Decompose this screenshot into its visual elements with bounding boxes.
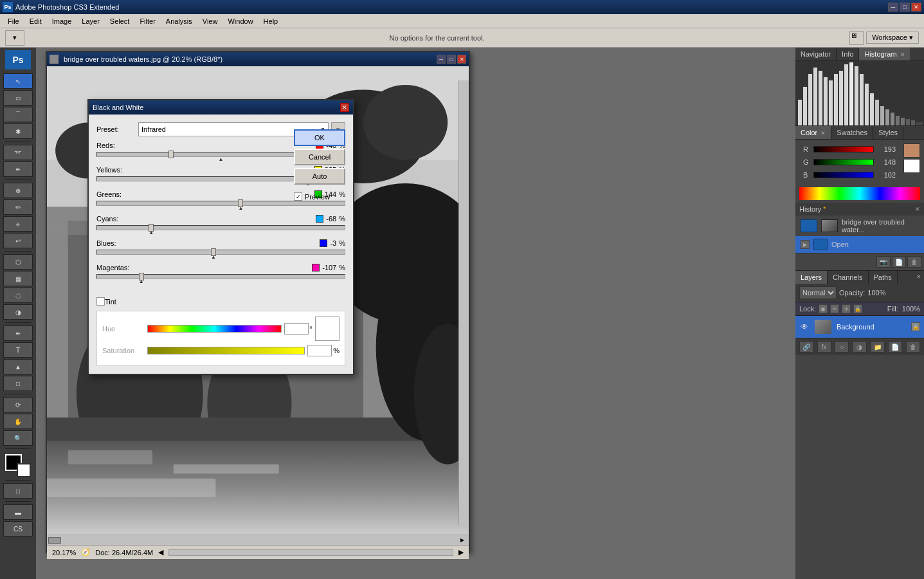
tool-blur[interactable]: ◌ [3,288,33,303]
r-slider[interactable] [813,146,874,152]
h-scroll-track[interactable] [168,549,453,556]
tool-move[interactable]: ↖ [3,73,33,89]
new-group-icon[interactable]: 📁 [871,341,885,353]
image-scrollbar-vertical[interactable] [458,80,469,524]
menu-layer[interactable]: Layer [77,16,105,26]
workspace-icon[interactable]: 🖥 [849,31,864,45]
preview-checkbox[interactable]: ✓ [294,192,302,201]
minimize-button[interactable]: ─ [888,3,898,12]
add-style-icon[interactable]: fx [817,341,831,353]
tool-gradient[interactable]: ▦ [3,271,33,286]
history-new-doc-icon[interactable]: 📄 [892,256,906,268]
tab-styles[interactable]: Styles [873,126,903,139]
tool-brush[interactable]: ✏ [3,199,33,215]
menu-view[interactable]: View [197,16,223,26]
reds-thumb[interactable] [168,151,174,158]
bg-color-preview[interactable] [903,159,920,173]
history-delete-icon[interactable]: 🗑 [907,256,921,268]
tool-eyedropper[interactable]: ✒ [3,161,33,177]
history-snapshot-icon[interactable]: 📷 [876,256,891,268]
histogram-close-icon[interactable]: ✕ [900,51,905,58]
tool-eraser[interactable]: ⬡ [3,254,33,270]
tool-history-brush[interactable]: ↩ [3,233,33,248]
saturation-slider-gradient[interactable] [147,347,305,354]
tint-checkbox[interactable] [96,297,105,306]
tab-info[interactable]: Info [837,48,859,60]
menu-filter[interactable]: Filter [134,16,160,26]
saturation-value-input[interactable] [307,345,332,356]
lock-transparent-icon[interactable]: ▣ [819,304,828,313]
scroll-left-icon[interactable]: ◀ [158,548,163,556]
hue-value-input[interactable] [284,323,309,335]
image-close-button[interactable]: ✕ [457,55,466,64]
layers-panel-close[interactable]: ✕ [914,271,924,284]
background-color[interactable] [17,463,31,477]
scroll-right-icon2[interactable]: ▶ [458,548,464,556]
tool-clone[interactable]: ⎆ [3,216,33,232]
menu-analysis[interactable]: Analysis [161,16,197,26]
new-adjustment-icon[interactable]: ◑ [853,341,867,353]
tool-text[interactable]: T [3,342,33,358]
history-item-open[interactable]: ▶ Open [795,236,924,253]
tab-swatches[interactable]: Swatches [831,126,873,139]
color-tab-close-icon[interactable]: ✕ [820,130,826,136]
scroll-right-icon[interactable]: ▶ [457,535,467,546]
scrollbar-thumb[interactable] [48,537,61,544]
fg-color-preview[interactable] [903,143,920,158]
tab-histogram[interactable]: Histogram ✕ [859,48,910,60]
blend-mode-select[interactable]: Normal [799,286,837,299]
tool-options[interactable]: ▾ [5,30,24,46]
ok-button[interactable]: OK [294,129,345,146]
lock-all-icon[interactable]: 🔒 [853,304,862,313]
tool-hand[interactable]: ✋ [3,414,33,429]
lock-position-icon[interactable]: ✛ [842,304,851,313]
history-item-1[interactable]: bridge over troubled water... [795,216,924,236]
close-button[interactable]: ✕ [911,3,921,12]
tool-quick-mask[interactable]: □ [3,483,33,499]
tool-shape[interactable]: □ [3,376,33,391]
history-close-icon[interactable]: ✕ [915,206,920,212]
tool-crop[interactable]: ⌤ [3,145,33,160]
menu-file[interactable]: File [3,16,24,26]
menu-help[interactable]: Help [258,16,284,26]
layer-visibility-icon[interactable]: 👁 [799,322,810,332]
hue-slider-gradient[interactable] [147,325,282,333]
tab-color[interactable]: Color ✕ [795,126,831,139]
menu-edit[interactable]: Edit [24,16,47,26]
add-mask-icon[interactable]: ○ [835,341,849,353]
maximize-button[interactable]: □ [900,3,910,12]
tab-channels[interactable]: Channels [828,271,868,284]
greens-slider-bg[interactable] [96,201,345,206]
tool-marquee[interactable]: ▭ [3,90,33,106]
image-scrollbar-horizontal[interactable]: ▶ [47,535,469,545]
tab-layers[interactable]: Layers [795,271,828,284]
tool-lasso[interactable]: ⌒ [3,107,33,122]
link-layers-icon[interactable]: 🔗 [799,341,813,353]
tool-path[interactable]: ▲ [3,359,33,374]
tool-magic-wand[interactable]: ✱ [3,124,33,139]
workspace-selector[interactable]: Workspace ▾ [866,32,919,44]
menu-window[interactable]: Window [222,16,258,26]
menu-select[interactable]: Select [105,16,135,26]
image-minimize-button[interactable]: ─ [437,55,446,64]
auto-button[interactable]: Auto [294,168,345,185]
tool-pen[interactable]: ✒ [3,326,33,341]
new-layer-icon[interactable]: 📄 [888,341,902,353]
cancel-button[interactable]: Cancel [294,149,345,165]
tool-dodge[interactable]: ◑ [3,304,33,320]
lock-image-icon[interactable]: ✏ [830,304,839,313]
tool-heal[interactable]: ⊕ [3,183,33,198]
blues-slider-bg[interactable] [96,250,345,255]
tool-screen-mode[interactable]: ▬ [3,504,33,520]
menu-image[interactable]: Image [47,16,77,26]
layer-background[interactable]: 👁 Background 🔒 [795,316,924,338]
tool-cs[interactable]: CS [3,521,33,537]
image-maximize-button[interactable]: □ [447,55,456,64]
b-slider[interactable] [813,172,874,178]
g-slider[interactable] [813,159,874,165]
tab-paths[interactable]: Paths [869,271,898,284]
tool-3d-rotate[interactable]: ⟳ [3,397,33,412]
magentas-slider-bg[interactable] [96,274,345,279]
bw-dialog-close[interactable]: ✕ [340,103,349,112]
tool-zoom[interactable]: 🔍 [3,430,33,446]
